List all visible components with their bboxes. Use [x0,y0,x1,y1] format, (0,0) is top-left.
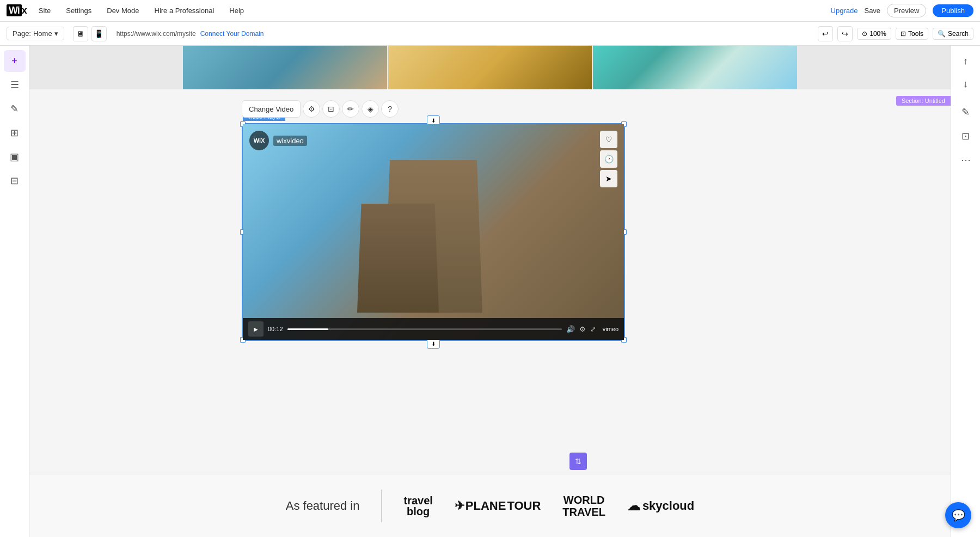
mobile-view-icon[interactable]: 📱 [91,26,107,41]
zoom-icon: ⊙ [862,30,867,38]
download-handle-bottom[interactable]: ⬇ [427,339,440,349]
scroll-down-icon[interactable]: ↓ [955,73,977,95]
video-share-button[interactable]: ➤ [600,170,617,187]
play-button[interactable]: ▶ [248,321,264,337]
add-elements-icon[interactable]: + [4,50,26,72]
video-settings-ctrl-icon[interactable]: ⚙ [579,325,586,333]
right-sidebar: ↑ ↓ ✎ ⊡ ⋯ [951,46,980,537]
planetour-logo[interactable]: ✈ PLANE TOUR [455,499,541,513]
tools-icon: ⊡ [901,30,906,38]
video-toolbar: Change Video ⚙ ⊡ ✏ ◈ ? [242,100,399,118]
settings-menu[interactable]: Settings [63,4,95,17]
content-icon[interactable]: ✎ [4,98,26,120]
photo-thumb-2 [388,46,592,89]
url-text: https://www.wix.com/mysite [117,30,196,38]
page-label: Page: [13,29,31,38]
save-button[interactable]: Save [864,7,880,15]
zoom-level: 100% [869,30,886,38]
site-menu[interactable]: Site [35,4,54,17]
progress-fill [287,328,329,330]
photo-thumb-1 [183,46,387,89]
cloud-icon: ☁ [627,498,640,514]
search-label: Search [948,30,969,38]
plane-icon: ✈ [455,499,464,513]
redo-button[interactable]: ↪ [837,26,853,41]
photo-thumb-3 [593,46,797,89]
video-design-button[interactable]: ✏ [342,100,359,118]
bottom-strip: As featured in travel blog ✈ PLANE TOUR … [29,474,951,537]
search-button[interactable]: 🔍 Search [933,28,973,40]
chevron-down-icon: ▾ [54,29,58,38]
blog-label: blog [407,506,430,517]
skycloud-label: skycloud [642,499,694,513]
divider [381,490,382,522]
settings-icon: ⚙ [308,105,315,113]
url-bar: https://www.wix.com/mysite Connect Your … [111,28,814,40]
sections-right-icon[interactable]: ⊡ [955,125,977,147]
undo-button[interactable]: ↩ [818,26,833,41]
change-video-button[interactable]: Change Video [242,100,301,118]
scroll-up-icon[interactable]: ↑ [955,50,977,72]
fullscreen-icon[interactable]: ⤢ [590,325,596,333]
upgrade-button[interactable]: Upgrade [831,7,858,15]
video-watchlater-button[interactable]: 🕐 [600,150,617,168]
time-display: 00:12 [268,326,283,332]
video-like-button[interactable]: ♡ [600,131,617,148]
pages-icon[interactable]: ☰ [4,74,26,96]
video-background: WiX wixvideo ♡ 🕐 ➤ ▶ 00:12 🔊 ⚙ ⤢ [243,124,624,340]
chat-icon: 💬 [952,509,965,522]
help-menu[interactable]: Help [226,4,247,17]
chat-button[interactable]: 💬 [945,502,971,528]
video-action-icons: ♡ 🕐 ➤ [600,131,617,187]
wix-watermark: WiX wixvideo [249,131,307,150]
skycloud-logo[interactable]: ☁ skycloud [627,498,694,514]
hire-professional-menu[interactable]: Hire a Professional [151,4,218,17]
section-resize-handle[interactable]: ⇅ [569,453,587,470]
tools-label: Tools [908,30,923,38]
canvas: Section: Untitled Change Video ⚙ ⊡ ✏ ◈ ?… [29,46,951,537]
vimeo-logo: vimeo [603,326,618,332]
layout-icon: ⊡ [328,105,334,113]
connect-domain-link[interactable]: Connect Your Domain [200,30,264,38]
desktop-view-icon[interactable]: 🖥 [73,26,88,41]
arrows-icon: ⇅ [575,457,581,466]
travel-blog-logo[interactable]: travel blog [403,495,432,517]
change-video-label: Change Video [249,105,293,113]
plane-text1: PLANE [465,499,506,513]
world-travel-logo[interactable]: WORLD TRAVEL [562,494,605,518]
apps-icon[interactable]: ⊞ [4,122,26,144]
travel-label: travel [403,495,432,506]
travel-line2-label: TRAVEL [562,506,605,518]
photo-strip [183,46,797,89]
animation-icon: ◈ [367,105,373,113]
second-navigation: Page: Home ▾ 🖥 📱 https://www.wix.com/mys… [0,22,980,46]
help-icon: ? [388,105,392,113]
tools-button[interactable]: ⊡ Tools [896,28,928,40]
page-selector[interactable]: Page: Home ▾ [7,27,64,40]
top-navigation: Wix Site Settings Dev Mode Hire a Profes… [0,0,980,22]
video-settings-button[interactable]: ⚙ [303,100,320,118]
more-options-icon[interactable]: ⋯ [955,149,977,171]
media-icon[interactable]: ▣ [4,146,26,168]
video-layout-button[interactable]: ⊡ [322,100,340,118]
devmode-menu[interactable]: Dev Mode [103,4,142,17]
preview-button[interactable]: Preview [887,4,926,17]
wixvideo-label: wixvideo [273,136,307,146]
sections-icon[interactable]: ⊟ [4,170,26,192]
wix-logo: Wix [7,5,27,16]
plane-text2: TOUR [507,499,541,513]
page-name: Home [33,29,52,38]
search-icon: 🔍 [938,30,946,38]
zoom-control[interactable]: ⊙ 100% [857,28,891,40]
video-animation-button[interactable]: ◈ [362,100,379,118]
publish-button[interactable]: Publish [933,4,973,17]
video-player[interactable]: Video Player ⬇ ⬇ WiX wixvideo ♡ 🕐 ➤ [242,123,625,341]
world-label: WORLD [562,494,605,506]
edit-icon[interactable]: ✎ [955,101,977,123]
design-icon: ✏ [347,105,354,113]
video-help-button[interactable]: ? [381,100,399,118]
video-controls: ▶ 00:12 🔊 ⚙ ⤢ vimeo [243,318,624,340]
progress-bar[interactable] [287,328,562,330]
section-label: Section: Untitled [896,96,951,106]
volume-icon[interactable]: 🔊 [566,325,575,333]
